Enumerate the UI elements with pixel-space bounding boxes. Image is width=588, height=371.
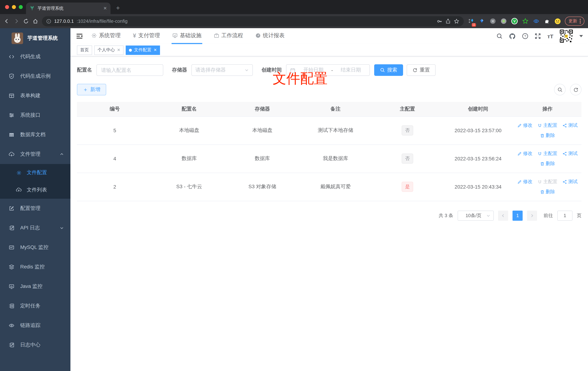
browser-tab[interactable]: 芋道管理系统 ✕ [26, 2, 111, 14]
extension-cmd-icon[interactable]: ⌘ [489, 18, 496, 25]
test-link[interactable]: 测试 [562, 179, 578, 185]
browser-titlebar: 芋道管理系统 ✕ ＋ [0, 0, 588, 14]
extension-kite-icon[interactable] [478, 18, 485, 25]
sidebar-item-scheduled-task[interactable]: 定时任务 [0, 296, 70, 316]
current-page-button[interactable]: 1 [513, 211, 523, 221]
address-bar[interactable]: 127.0.0.1:1024/infra/file/file-config [42, 16, 464, 26]
prev-page-button[interactable] [498, 211, 508, 221]
test-link[interactable]: 测试 [562, 122, 578, 129]
sidebar-item-api-log[interactable]: API 日志 [0, 218, 70, 238]
sidebar-item-label: 表单构建 [20, 93, 70, 99]
extension-star-icon[interactable] [522, 18, 529, 25]
extension-puzzle-icon[interactable] [543, 18, 550, 25]
dashboard-icon [255, 33, 261, 38]
goto-page-input[interactable] [557, 211, 572, 221]
sidebar-item-code-gen[interactable]: 代码生成 [0, 47, 70, 66]
sidebar-item-config-manage[interactable]: 配置管理 [0, 199, 70, 218]
config-name-input[interactable] [96, 64, 163, 76]
extension-vue-icon[interactable]: V [511, 18, 518, 25]
sidebar-item-db-doc[interactable]: 数据库文档 [0, 125, 70, 145]
password-key-icon[interactable] [437, 18, 442, 24]
cell-created: 2022-03-15 23:56:24 [443, 145, 514, 173]
delete-link[interactable]: 删除 [540, 160, 555, 167]
sidebar-item-mysql-monitor[interactable]: MySQL 监控 [0, 238, 70, 257]
sidebar-item-form-builder[interactable]: 表单构建 [0, 86, 70, 106]
site-info-icon[interactable] [46, 19, 51, 24]
browser-menu-icon[interactable] [580, 19, 581, 23]
extension-eye-icon[interactable] [532, 18, 540, 25]
add-label: 新增 [90, 86, 100, 93]
bookmark-star-icon[interactable] [454, 18, 459, 24]
sidebar-item-java-monitor[interactable]: Java 监控 [0, 277, 70, 296]
nav-item-report[interactable]: 统计报表 [255, 28, 285, 44]
sidebar-item-file-manage[interactable]: 文件管理 [0, 145, 70, 164]
add-button[interactable]: ＋ 新增 [77, 84, 106, 95]
back-icon[interactable] [4, 18, 10, 24]
tag-label: 首页 [80, 47, 89, 53]
extension-emoji-icon[interactable] [554, 18, 561, 25]
sidebar-item-trace[interactable]: 链路追踪 [0, 316, 70, 335]
fold-sidebar-icon[interactable] [76, 33, 83, 39]
minimize-window-button[interactable] [12, 5, 16, 9]
nav-item-payment[interactable]: ¥ 支付管理 [132, 28, 161, 44]
new-tab-button[interactable]: ＋ [115, 4, 121, 12]
reset-label: 重置 [420, 67, 430, 73]
next-page-button[interactable] [527, 211, 537, 221]
reload-icon[interactable] [23, 18, 29, 24]
tag-view-file-config[interactable]: 文件配置 ✕ [126, 45, 160, 55]
page-size-select[interactable]: 10条/页 [458, 211, 494, 221]
tag-view-profile[interactable]: 个人中心 ✕ [94, 45, 124, 55]
nav-item-infrastructure[interactable]: 基础设施 [172, 28, 202, 44]
header-search-icon[interactable] [496, 33, 503, 39]
edit-link[interactable]: 修改 [517, 179, 532, 185]
sidebar-item-code-gen-demo[interactable]: 代码生成示例 [0, 66, 70, 86]
goto-label: 前往 [544, 212, 553, 219]
tag-label: 个人中心 [97, 47, 115, 53]
fullscreen-icon[interactable] [535, 33, 541, 39]
refresh-table-button[interactable] [570, 84, 581, 95]
nav-item-workflow[interactable]: 工作流程 [213, 28, 244, 44]
tag-view-home[interactable]: 首页 [77, 45, 92, 55]
sidebar-item-redis-monitor[interactable]: Redis 监控 [0, 257, 70, 277]
toggle-search-button[interactable] [554, 84, 566, 95]
close-window-button[interactable] [5, 5, 9, 9]
help-icon[interactable]: ? [522, 33, 529, 39]
end-date-placeholder[interactable]: 结束日期 [336, 67, 366, 73]
filter-form: 配置名 存储器 请选择存储器 创建时间 开始日期 - 结束日期 [77, 64, 581, 76]
sidebar-item-file-list[interactable]: 文件列表 [0, 181, 70, 199]
cell-remark: 戴佩妮真可爱 [299, 173, 372, 201]
sidebar-item-file-config[interactable]: 文件配置 [0, 164, 70, 181]
close-icon[interactable]: ✕ [154, 48, 157, 52]
master-link[interactable]: 主配置 [537, 150, 557, 157]
nav-item-system[interactable]: 系统管理 [91, 28, 121, 44]
nav-label: 支付管理 [138, 32, 160, 39]
test-link[interactable]: 测试 [562, 150, 578, 157]
sidebar-item-log-center[interactable]: 日志中心 [0, 335, 70, 355]
reset-button[interactable]: 重置 [407, 64, 436, 76]
close-tab-icon[interactable]: ✕ [103, 6, 107, 11]
cloud-download-icon [9, 151, 14, 157]
share-icon[interactable] [445, 18, 451, 24]
screen: 芋道管理系统 ✕ ＋ 127.0.0.1:1024/infra/file/fil… [0, 0, 588, 371]
extension-gray-circle-icon[interactable] [500, 18, 507, 25]
extension-pinned-icon[interactable]: 11 [467, 18, 475, 25]
edit-link[interactable]: 修改 [517, 150, 532, 157]
avatar-dropdown-caret-icon[interactable] [579, 35, 583, 37]
app-logo[interactable]: 芋道管理系统 [0, 28, 70, 47]
forward-icon[interactable] [13, 18, 20, 24]
col-master: 主配置 [372, 102, 443, 116]
sidebar-item-system-api[interactable]: 系统接口 [0, 106, 70, 125]
close-icon[interactable]: ✕ [117, 48, 120, 52]
font-size-icon[interactable]: тT [547, 33, 553, 39]
user-avatar-qr[interactable] [559, 29, 573, 43]
browser-update-button[interactable]: 更新 [565, 17, 584, 26]
zoom-window-button[interactable] [19, 5, 23, 9]
github-icon[interactable] [509, 33, 516, 40]
storage-select[interactable]: 请选择存储器 [191, 64, 253, 76]
delete-link[interactable]: 删除 [540, 189, 555, 195]
edit-link[interactable]: 修改 [517, 122, 532, 129]
master-link[interactable]: 主配置 [537, 122, 557, 129]
home-icon[interactable] [32, 18, 38, 24]
delete-link[interactable]: 删除 [540, 132, 555, 139]
search-button[interactable]: 搜索 [374, 64, 403, 76]
